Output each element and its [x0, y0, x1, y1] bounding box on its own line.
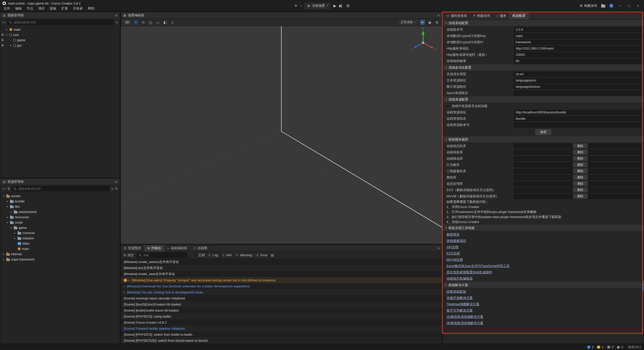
- link[interactable]: 原生包热更新配置自动生成插件: [447, 270, 492, 275]
- menu-item[interactable]: 帮助: [85, 6, 97, 11]
- expand-arrow-icon[interactable]: ▸: [124, 285, 125, 288]
- tree-node[interactable]: ▸bundle: [0, 199, 120, 204]
- checkbox-icon[interactable]: ✓: [235, 253, 239, 257]
- tree-node[interactable]: main: [0, 246, 120, 251]
- expand-arrow-icon[interactable]: ▸: [124, 291, 125, 294]
- step-button[interactable]: ▶▏: [339, 4, 343, 8]
- delete-button[interactable]: 删除: [573, 181, 588, 186]
- section-header[interactable]: ▾游戏多语言配置: [443, 64, 644, 71]
- checkbox-icon[interactable]: ✓: [256, 253, 259, 257]
- sort-icon[interactable]: ⇅: [7, 187, 10, 191]
- log-row[interactable]: [Scene] [PHYSICS]: using builtin.: [121, 313, 442, 319]
- property-input[interactable]: http://192.168.0.150/main/: [514, 46, 641, 51]
- tab-属性检查器[interactable]: ◎属性检查器: [444, 13, 470, 19]
- tree-node[interactable]: ▾assets: [0, 193, 120, 199]
- section-header[interactable]: ▾游戏基础配置: [443, 20, 644, 26]
- tree-node[interactable]: ▾main: [0, 27, 120, 32]
- log-row[interactable]: [Scene] [bullet]:bullet wasm lib loaded.: [121, 307, 442, 313]
- delete-button[interactable]: 删除: [573, 144, 588, 148]
- tab-动画图[interactable]: ◫动画图: [190, 245, 210, 251]
- delete-button[interactable]: 删除: [573, 188, 588, 192]
- property-input[interactable]: framework: [514, 40, 641, 45]
- lock-icon[interactable]: [2, 34, 4, 36]
- expand-arrow-icon[interactable]: ▾: [10, 226, 13, 229]
- create-node-button[interactable]: +▾: [2, 20, 6, 24]
- link[interactable]: 全栈开发解决方案: [447, 296, 473, 300]
- filter-info[interactable]: ✓Info: [222, 253, 232, 257]
- property-input[interactable]: bundle: [514, 116, 641, 121]
- link[interactable]: 2D角色扮演游戏解决方案: [447, 315, 484, 319]
- log-row[interactable]: [Scene] Cocos Creator v3.8.2: [121, 319, 442, 325]
- tab-构建发布[interactable]: ⚒构建发布: [470, 13, 493, 19]
- expand-arrow-icon[interactable]: ▸: [6, 200, 9, 203]
- log-row[interactable]: [Scene] [PHYSICS]: switch from builtin t…: [121, 331, 442, 337]
- tree-node[interactable]: ▸seedrandom: [0, 209, 120, 214]
- preview-target-dropdown[interactable]: ⊕ 当前场景 ▾: [305, 3, 330, 9]
- link[interactable]: Tiledmap地图解决方案: [447, 302, 479, 307]
- tab-控制台[interactable]: ▣控制台: [144, 245, 164, 251]
- delete-button[interactable]: 删除: [573, 169, 588, 173]
- light-icon[interactable]: ☀: [420, 20, 425, 25]
- log-row[interactable]: [Window] model_view文件夹不存在: [121, 271, 442, 277]
- link[interactable]: 游戏模板项目: [447, 239, 466, 243]
- expand-arrow-icon[interactable]: ▸: [9, 44, 12, 47]
- panel-menu-icon[interactable]: ≡: [115, 180, 117, 184]
- section-header[interactable]: ▾游戏资源配置: [443, 96, 644, 103]
- checkbox-icon[interactable]: ✓: [222, 253, 225, 257]
- camera-icon[interactable]: ◉: [427, 20, 432, 25]
- rotate-tool-icon[interactable]: ↻: [141, 20, 146, 25]
- lock-icon[interactable]: [2, 39, 4, 41]
- panel-menu-icon[interactable]: ≡: [437, 13, 439, 17]
- filter-icon[interactable]: ≡: [116, 20, 118, 24]
- link[interactable]: MVVM文档: [447, 257, 463, 262]
- delete-button[interactable]: 删除: [573, 175, 588, 180]
- menu-item[interactable]: 开发者: [70, 6, 85, 11]
- tab-服务[interactable]: ◇服务: [493, 13, 509, 19]
- pivot-toggle-icon[interactable]: ∪: [170, 20, 175, 25]
- save-button[interactable]: 保存: [535, 129, 551, 135]
- property-input[interactable]: 60: [514, 59, 641, 64]
- link[interactable]: 3D角色扮演游戏解决方案: [447, 321, 484, 325]
- property-input[interactable]: 10000: [514, 52, 641, 57]
- error-count-icon[interactable]: ×: [607, 345, 610, 349]
- delete-button[interactable]: 删除: [573, 194, 588, 199]
- create-asset-button[interactable]: +▾: [2, 187, 6, 191]
- tree-node[interactable]: game: [0, 37, 120, 43]
- view-mode-dropdown[interactable]: 正常浏览 ▾: [398, 20, 418, 25]
- console-search-input[interactable]: [137, 252, 187, 258]
- property-input[interactable]: oops: [514, 33, 641, 38]
- filter-error[interactable]: ✓Error: [256, 253, 268, 257]
- tree-node[interactable]: ▸common: [0, 230, 120, 236]
- clear-console-button[interactable]: ⊘ 清空: [123, 253, 134, 257]
- hierarchy-search-input[interactable]: [7, 20, 114, 25]
- panel-menu-icon[interactable]: ≡: [115, 13, 117, 17]
- build-publish-button[interactable]: ⚒ 构建发布: [580, 4, 597, 8]
- scale-tool-icon[interactable]: ◱: [148, 20, 153, 25]
- refresh-icon[interactable]: ↻: [115, 187, 118, 191]
- checkbox-icon[interactable]: [193, 253, 197, 257]
- regex-toggle[interactable]: 正则: [193, 253, 205, 257]
- assets-search-input[interactable]: [12, 186, 109, 191]
- filter-icon[interactable]: ≡: [111, 187, 113, 191]
- expand-arrow-icon[interactable]: ▸: [2, 258, 5, 261]
- link[interactable]: API文档: [447, 245, 458, 249]
- expand-arrow-icon[interactable]: ▸: [6, 216, 9, 218]
- log-row[interactable]: [Scene] meshopt wasm decoder initialized: [121, 295, 442, 301]
- maximize-button[interactable]: □: [626, 4, 631, 8]
- log-row[interactable]: [Scene] [PHYSICS2D]: switch from box2d-w…: [121, 337, 442, 343]
- open-project-folder-icon[interactable]: [601, 5, 605, 8]
- log-row[interactable]: [Scene] Forward render pipeline initiali…: [121, 325, 442, 331]
- section-header[interactable]: ▾框架解决方案: [443, 282, 644, 288]
- play-button[interactable]: ▶: [333, 4, 336, 8]
- menu-item[interactable]: 项目: [36, 6, 47, 11]
- layout-grid-icon[interactable]: ⊞: [346, 4, 350, 8]
- link[interactable]: 战棋游戏框架: [447, 289, 466, 294]
- tree-node[interactable]: TSMain: [0, 241, 120, 246]
- property-input[interactable]: zh,en: [514, 72, 641, 77]
- tree-node[interactable]: ▾script: [0, 220, 120, 225]
- delete-button[interactable]: 删除: [573, 150, 588, 155]
- tab-动画编辑器[interactable]: ◐动画编辑器: [165, 245, 190, 251]
- move-tool-icon[interactable]: +: [133, 20, 138, 25]
- tree-node[interactable]: ▸gui: [0, 43, 120, 48]
- help-icon[interactable]: ?: [609, 4, 613, 8]
